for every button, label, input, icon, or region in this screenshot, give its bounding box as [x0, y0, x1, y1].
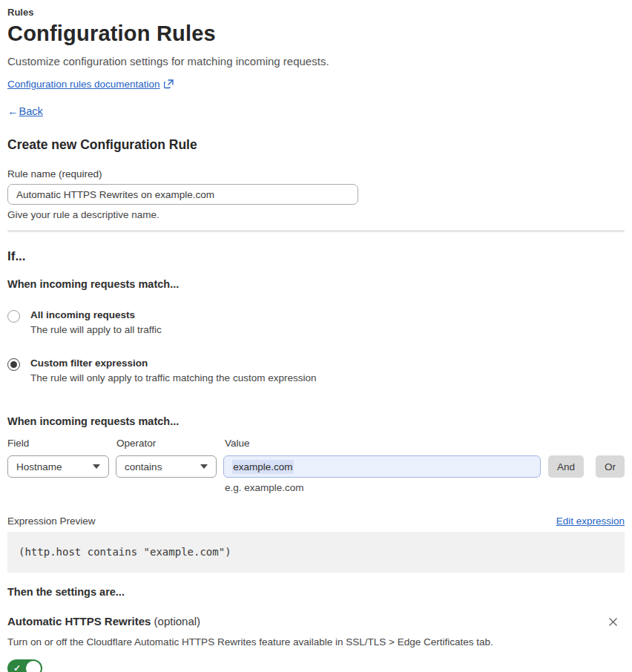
create-rule-heading: Create new Configuration Rule — [7, 137, 625, 153]
operator-label: Operator — [116, 438, 225, 449]
field-select[interactable]: Hostname — [7, 455, 109, 478]
expression-preview-label: Expression Preview — [7, 515, 96, 527]
setting-description: Turn on or off the Cloudflare Automatic … — [7, 636, 625, 648]
value-label: Value — [225, 438, 250, 449]
breadcrumb: Rules — [7, 7, 625, 18]
radio-unselected-icon[interactable] — [7, 310, 20, 323]
automatic-https-rewrites-toggle[interactable]: ✓ — [7, 659, 42, 672]
rule-name-label: Rule name (required) — [7, 168, 625, 179]
rule-name-input[interactable] — [7, 184, 358, 205]
radio-custom-filter-expression[interactable]: Custom filter expression The rule will o… — [7, 358, 625, 383]
match-heading: When incoming requests match... — [7, 278, 625, 290]
setting-name: Automatic HTTPS Rewrites — [7, 615, 151, 627]
radio-all-incoming-requests[interactable]: All incoming requests The rule will appl… — [7, 309, 625, 335]
if-heading: If... — [7, 249, 625, 264]
value-help-text: e.g. example.com — [225, 482, 625, 493]
back-link[interactable]: ← Back — [7, 105, 625, 117]
radio-selected-icon[interactable] — [7, 358, 20, 371]
edit-expression-link[interactable]: Edit expression — [556, 515, 625, 527]
or-button[interactable]: Or — [596, 455, 625, 478]
expression-builder-heading: When incoming requests match... — [7, 415, 625, 427]
remove-setting-button[interactable] — [606, 615, 620, 629]
radio-option-label: Custom filter expression — [30, 358, 316, 369]
expression-preview-code: (http.host contains "example.com") — [7, 532, 625, 573]
external-link-icon — [164, 79, 174, 89]
then-heading: Then the settings are... — [7, 586, 625, 598]
operator-select[interactable]: contains — [116, 455, 217, 478]
setting-title: Automatic HTTPS Rewrites (optional) — [7, 615, 200, 627]
section-divider — [7, 230, 625, 232]
value-text: example.com — [232, 460, 293, 474]
check-icon: ✓ — [13, 664, 21, 672]
close-icon — [608, 619, 619, 630]
and-button[interactable]: And — [548, 455, 584, 478]
rule-name-help: Give your rule a descriptive name. — [7, 209, 625, 220]
radio-option-label: All incoming requests — [30, 309, 162, 320]
chevron-down-icon — [93, 464, 100, 469]
chevron-down-icon — [200, 464, 208, 469]
radio-option-description: The rule will apply to all traffic — [30, 324, 162, 335]
page-title: Configuration Rules — [7, 22, 625, 46]
back-arrow-icon: ← — [7, 105, 19, 117]
page-subtitle: Customize configuration settings for mat… — [7, 55, 625, 67]
documentation-link[interactable]: Configuration rules documentation — [7, 79, 160, 90]
value-input[interactable]: example.com — [223, 455, 541, 478]
radio-option-description: The rule will only apply to traffic matc… — [30, 372, 316, 383]
configuration-rules-page: Rules Configuration Rules Customize conf… — [0, 0, 632, 672]
toggle-knob — [26, 661, 41, 672]
setting-optional-label: (optional) — [154, 615, 201, 627]
field-label: Field — [7, 438, 116, 449]
